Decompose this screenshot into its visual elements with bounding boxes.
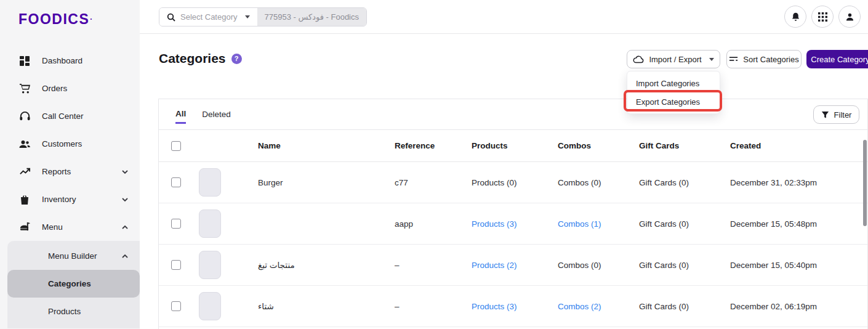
category-reference: c77 — [395, 178, 472, 187]
row-checkbox[interactable] — [171, 177, 181, 187]
chevron-down-icon — [709, 58, 714, 61]
filter-icon — [821, 111, 829, 119]
sidebar-item-label: Orders — [42, 84, 129, 93]
sidebar-item-orders[interactable]: Orders — [0, 75, 140, 102]
create-category-label: Create Category — [811, 55, 868, 64]
gift-cards-count: Gift Cards (0) — [639, 302, 730, 311]
bag-icon — [18, 193, 31, 206]
sidebar-item-label: Call Center — [42, 112, 129, 121]
sidebar-item-label: Inventory — [42, 195, 121, 204]
table-row: شتاء – Products (3) Combos (2) Gift Card… — [159, 286, 867, 327]
menu-item-export-categories[interactable]: Export Categories — [627, 92, 720, 111]
row-checkbox[interactable] — [171, 219, 181, 229]
headset-icon — [18, 110, 31, 123]
combos-count-link[interactable]: Combos (2) — [558, 302, 639, 311]
search-icon — [167, 13, 175, 22]
created-date: December 15, 05:48pm — [730, 219, 867, 229]
column-header-gift-cards: Gift Cards — [639, 141, 730, 150]
sidebar-item-products[interactable]: Products — [7, 298, 140, 325]
sidebar-item-reports[interactable]: Reports — [0, 158, 140, 185]
tab-deleted[interactable]: Deleted — [202, 106, 231, 123]
people-icon — [18, 138, 31, 150]
create-category-button[interactable]: Create Category — [806, 50, 868, 68]
gift-cards-count: Gift Cards (0) — [639, 261, 730, 270]
menu-item-import-categories[interactable]: Import Categories — [627, 74, 720, 92]
sort-categories-label: Sort Categories — [743, 55, 798, 64]
main-content: Categories ? Import / Export Sort Catego… — [140, 34, 868, 329]
products-count-link[interactable]: Products (2) — [472, 261, 558, 270]
column-header-created: Created — [730, 141, 867, 150]
column-header-products: Products — [472, 141, 558, 150]
topbar: Select Category 775953 - فودكس - Foodics — [140, 0, 868, 34]
products-count-link[interactable]: Products (3) — [472, 302, 558, 311]
chevron-down-icon — [121, 168, 129, 176]
category-image-placeholder — [199, 209, 221, 238]
sidebar-item-call-center[interactable]: Call Center — [0, 102, 140, 130]
profile-button[interactable] — [838, 6, 861, 28]
sidebar: FOODICS· Dashboard Orders Call Center — [0, 0, 140, 329]
sort-categories-button[interactable]: Sort Categories — [726, 50, 802, 68]
menu-food-icon — [18, 221, 31, 234]
row-checkbox[interactable] — [171, 260, 181, 270]
filter-button[interactable]: Filter — [813, 105, 859, 124]
sidebar-item-dashboard[interactable]: Dashboard — [0, 47, 140, 75]
sidebar-item-label: Menu — [42, 222, 121, 232]
column-header-name: Name — [258, 141, 395, 150]
cart-icon — [18, 83, 31, 95]
import-export-dropdown: Import Categories Export Categories — [627, 71, 720, 114]
business-account-label: 775953 - فودكس - Foodics — [257, 8, 367, 26]
category-select[interactable]: Select Category 775953 - فودكس - Foodics — [159, 7, 367, 26]
products-count-link[interactable]: Products (3) — [472, 219, 558, 229]
row-checkbox[interactable] — [171, 301, 181, 311]
category-reference: – — [395, 302, 472, 311]
category-image-placeholder — [199, 168, 221, 197]
category-name: شتاء — [258, 301, 395, 311]
cloud-icon — [633, 55, 644, 63]
sidebar-item-categories[interactable]: Categories — [7, 270, 140, 298]
dashboard-icon — [18, 55, 31, 67]
category-name: Burger — [258, 178, 395, 187]
created-date: December 15, 05:40pm — [730, 261, 867, 270]
table-header-row: Name Reference Products Combos Gift Card… — [159, 130, 867, 162]
created-date: December 02, 06:19pm — [730, 302, 867, 311]
category-reference: aapp — [395, 219, 472, 229]
filter-label: Filter — [834, 110, 852, 120]
combos-count: Combos (0) — [558, 261, 639, 270]
combos-count-link[interactable]: Combos (1) — [558, 219, 639, 229]
foodics-logo-text: FOODICS — [18, 11, 89, 28]
sidebar-item-customers[interactable]: Customers — [0, 130, 140, 158]
sidebar-item-menu-builder[interactable]: Menu Builder — [7, 242, 140, 270]
category-reference: – — [395, 261, 472, 270]
notifications-button[interactable] — [784, 6, 806, 28]
gift-cards-count: Gift Cards (0) — [639, 219, 730, 229]
chart-icon — [18, 166, 31, 178]
sidebar-item-menu[interactable]: Menu — [0, 213, 140, 241]
chevron-down-icon — [121, 196, 129, 203]
help-icon[interactable]: ? — [231, 54, 242, 64]
sidebar-item-inventory[interactable]: Inventory — [0, 185, 140, 213]
category-select-trigger[interactable]: Select Category — [159, 8, 257, 26]
import-export-button[interactable]: Import / Export — [627, 50, 720, 68]
user-icon — [845, 12, 855, 22]
category-image-placeholder — [199, 292, 221, 320]
sidebar-item-label: Dashboard — [42, 56, 129, 65]
foodics-logo-mark: · — [90, 15, 92, 23]
table-row: منتجات تبغ – Products (2) Combos (0) Gif… — [159, 245, 867, 286]
vertical-scrollbar[interactable] — [863, 140, 867, 226]
sidebar-nav: Dashboard Orders Call Center Customers — [0, 38, 140, 328]
import-export-label: Import / Export — [649, 55, 701, 64]
sort-icon — [729, 55, 738, 63]
category-select-placeholder: Select Category — [180, 12, 238, 22]
sidebar-item-label: Reports — [42, 167, 121, 176]
foodics-logo[interactable]: FOODICS· — [0, 0, 140, 38]
foodics-app: FOODICS· Dashboard Orders Call Center — [0, 0, 868, 329]
sidebar-item-label: Menu Builder — [48, 251, 121, 261]
select-all-checkbox[interactable] — [171, 141, 181, 151]
tab-all[interactable]: All — [175, 105, 186, 124]
category-image-placeholder — [199, 251, 221, 279]
chevron-down-icon — [245, 15, 250, 18]
table-row: aapp Products (3) Combos (1) Gift Cards … — [159, 203, 867, 245]
chevron-up-icon — [121, 224, 129, 231]
chevron-up-icon — [121, 253, 129, 260]
apps-button[interactable] — [811, 6, 834, 28]
